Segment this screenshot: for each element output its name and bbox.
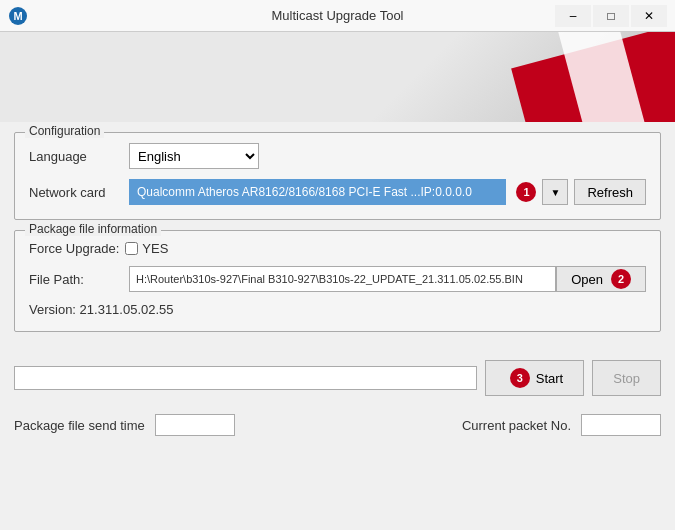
action-row: 3 Start Stop	[0, 352, 675, 404]
yes-label: YES	[142, 241, 168, 256]
title-bar: M Multicast Upgrade Tool – □ ✕	[0, 0, 675, 32]
app-icon: M	[8, 6, 28, 26]
start-button[interactable]: 3 Start	[485, 360, 584, 396]
network-card-input[interactable]	[129, 179, 506, 205]
start-badge: 3	[510, 368, 530, 388]
package-info-group: Package file information Force Upgrade: …	[14, 230, 661, 332]
file-path-input[interactable]	[129, 266, 556, 292]
configuration-group: Configuration Language English Chinese N…	[14, 132, 661, 220]
window-title: Multicast Upgrade Tool	[272, 8, 404, 23]
force-upgrade-label: Force Upgrade:	[29, 241, 119, 256]
refresh-button[interactable]: Refresh	[574, 179, 646, 205]
language-row: Language English Chinese	[29, 143, 646, 169]
stop-button[interactable]: Stop	[592, 360, 661, 396]
start-label: Start	[536, 371, 563, 386]
network-dropdown-button[interactable]: ▼	[542, 179, 568, 205]
packet-no-label: Current packet No.	[462, 418, 571, 433]
open-badge: 2	[611, 269, 631, 289]
network-card-label: Network card	[29, 185, 129, 200]
config-group-title: Configuration	[25, 124, 104, 138]
force-upgrade-checkbox[interactable]	[125, 242, 138, 255]
open-label: Open	[571, 272, 603, 287]
network-card-row: Network card 1 ▼ Refresh	[29, 179, 646, 205]
title-bar-left: M	[8, 6, 28, 26]
version-text: Version: 21.311.05.02.55	[29, 302, 646, 317]
open-button[interactable]: Open 2	[556, 266, 646, 292]
svg-text:M: M	[13, 10, 22, 22]
send-time-input[interactable]	[155, 414, 235, 436]
language-select[interactable]: English Chinese	[129, 143, 259, 169]
window-controls: – □ ✕	[555, 5, 667, 27]
file-path-label: File Path:	[29, 272, 129, 287]
maximize-button[interactable]: □	[593, 5, 629, 27]
network-card-controls: 1 ▼ Refresh	[129, 179, 646, 205]
progress-bar-container	[14, 366, 477, 390]
packet-no-input[interactable]	[581, 414, 661, 436]
close-button[interactable]: ✕	[631, 5, 667, 27]
network-badge: 1	[516, 182, 536, 202]
main-content: Configuration Language English Chinese N…	[0, 122, 675, 352]
send-time-label: Package file send time	[14, 418, 145, 433]
bottom-row: Package file send time Current packet No…	[0, 410, 675, 440]
language-label: Language	[29, 149, 129, 164]
force-upgrade-row: Force Upgrade: YES	[29, 241, 646, 256]
package-group-title: Package file information	[25, 222, 161, 236]
file-path-row: File Path: Open 2	[29, 266, 646, 292]
banner	[0, 32, 675, 122]
minimize-button[interactable]: –	[555, 5, 591, 27]
